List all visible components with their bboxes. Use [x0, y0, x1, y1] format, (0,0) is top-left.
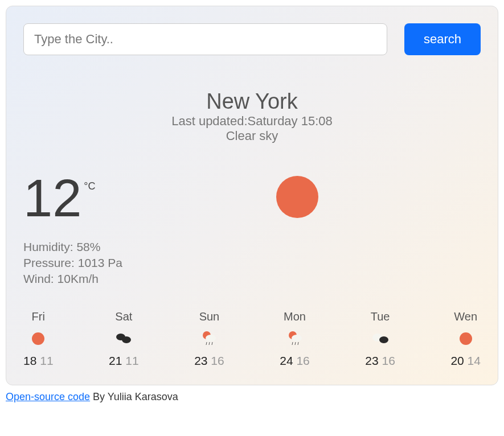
forecast-min: 14: [468, 354, 481, 367]
forecast-day: Wen 20 14: [450, 310, 481, 368]
svg-point-0: [276, 176, 318, 218]
forecast-day-name: Fri: [32, 310, 45, 323]
temperature-value: 12: [23, 175, 81, 222]
sun-icon: [31, 330, 45, 347]
sun-icon: [275, 175, 319, 221]
forecast-temps: 20 14: [450, 354, 481, 368]
wind-label: Wind:: [23, 272, 54, 285]
weather-card: search New York Last updated:Saturday 15…: [6, 6, 498, 385]
forecast-temps: 18 11: [23, 354, 54, 368]
main-row: 12 °C: [23, 175, 481, 222]
wind-value: 10Km/h: [58, 272, 99, 285]
forecast-day: Tue 23 16: [365, 310, 395, 368]
svg-point-1: [32, 332, 44, 345]
forecast-max: 18: [23, 354, 36, 367]
sun-rain-icon: [201, 330, 217, 347]
wind-row: Wind: 10Km/h: [23, 271, 481, 287]
svg-point-16: [460, 332, 472, 345]
svg-line-13: [298, 342, 298, 345]
svg-line-11: [292, 342, 293, 345]
current-weather-icon-block: [252, 175, 481, 221]
forecast-temps: 23 16: [194, 354, 224, 368]
clouds-mixed-icon: [371, 330, 390, 347]
forecast-temps: 23 16: [365, 354, 395, 368]
forecast-day-name: Mon: [284, 310, 306, 323]
forecast-row: Fri 18 11 Sat 21 11 Sun: [23, 310, 481, 368]
svg-point-10: [292, 335, 302, 342]
weather-details: Humidity: 58% Pressure: 1013 Pa Wind: 10…: [23, 239, 481, 287]
forecast-min: 16: [296, 354, 309, 367]
forecast-max: 21: [109, 354, 122, 367]
footer: Open-source code By Yuliia Karasova: [6, 391, 498, 403]
forecast-min: 16: [211, 354, 224, 367]
forecast-min: 11: [40, 354, 53, 367]
svg-point-3: [122, 336, 131, 343]
forecast-max: 24: [280, 354, 293, 367]
current-header: New York Last updated:Saturday 15:08 Cle…: [23, 89, 481, 143]
forecast-day-name: Sat: [115, 310, 132, 323]
svg-point-15: [379, 336, 388, 343]
weather-description: Clear sky: [23, 129, 481, 143]
forecast-max: 23: [365, 354, 378, 367]
sun-rain-icon: [287, 330, 303, 347]
temperature-display: 12 °C: [23, 175, 230, 222]
clouds-icon: [115, 330, 132, 347]
temperature-unit: °C: [84, 180, 95, 192]
search-row: search: [23, 23, 481, 55]
svg-line-12: [295, 342, 296, 345]
humidity-label: Humidity:: [23, 240, 73, 253]
search-button[interactable]: search: [404, 23, 481, 55]
pressure-row: Pressure: 1013 Pa: [23, 255, 481, 271]
forecast-day: Sun 23 16: [194, 310, 224, 368]
humidity-row: Humidity: 58%: [23, 239, 481, 255]
last-updated-label: Last updated:: [171, 114, 247, 128]
svg-point-5: [206, 335, 216, 342]
svg-line-6: [206, 342, 207, 345]
forecast-day-name: Wen: [454, 310, 477, 323]
forecast-day: Mon 24 16: [280, 310, 310, 368]
open-source-link[interactable]: Open-source code: [6, 391, 90, 402]
forecast-day-name: Sun: [199, 310, 220, 323]
last-updated: Last updated:Saturday 15:08: [23, 114, 481, 129]
last-updated-value: Saturday 15:08: [248, 114, 333, 128]
svg-line-8: [212, 342, 212, 345]
forecast-min: 11: [125, 354, 138, 367]
forecast-temps: 24 16: [280, 354, 310, 368]
forecast-max: 23: [194, 354, 207, 367]
city-search-input[interactable]: [23, 23, 387, 55]
sun-icon: [459, 330, 473, 347]
svg-line-7: [209, 342, 210, 345]
forecast-temps: 21 11: [109, 354, 139, 368]
forecast-min: 16: [382, 354, 395, 367]
pressure-value: 1013 Pa: [78, 256, 122, 269]
city-name: New York: [23, 89, 481, 114]
forecast-max: 20: [450, 354, 464, 367]
pressure-label: Pressure:: [23, 256, 75, 269]
humidity-value: 58%: [76, 240, 100, 253]
forecast-day-name: Tue: [371, 310, 390, 323]
forecast-day: Fri 18 11: [23, 310, 54, 368]
forecast-day: Sat 21 11: [109, 310, 139, 368]
temperature-block: 12 °C: [23, 175, 230, 222]
footer-by-text: By Yuliia Karasova: [90, 391, 178, 402]
